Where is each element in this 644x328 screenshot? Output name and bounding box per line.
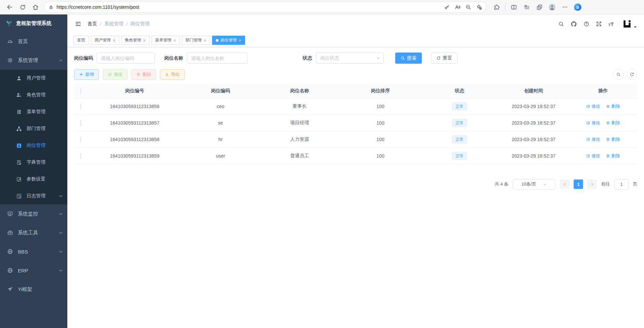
- tab-menu-management[interactable]: 菜单管理: [151, 36, 180, 45]
- row-delete-link[interactable]: 删除: [606, 136, 620, 142]
- row-delete-link[interactable]: 删除: [606, 103, 620, 109]
- pagination-goto-input[interactable]: [614, 179, 629, 190]
- tab-post-management[interactable]: 岗位管理: [212, 36, 245, 45]
- add-favorite-star-icon[interactable]: [474, 2, 484, 12]
- delete-button[interactable]: 删除: [131, 69, 156, 80]
- row-checkbox[interactable]: [80, 136, 81, 142]
- tab-user-management[interactable]: 用户管理: [91, 36, 119, 45]
- breadcrumb-system-management[interactable]: 系统管理: [104, 21, 123, 27]
- read-aloud-icon[interactable]: [452, 2, 463, 12]
- pagination-prev-button[interactable]: [560, 179, 569, 189]
- collections-icon[interactable]: [521, 2, 532, 12]
- tab-dept-management[interactable]: 部门管理: [182, 36, 210, 45]
- add-button[interactable]: 新增: [74, 69, 99, 80]
- sidebar-item-parameter-settings[interactable]: 参数设置: [0, 171, 67, 188]
- browser-home-button[interactable]: [30, 2, 41, 12]
- select-all-checkbox[interactable]: [80, 88, 81, 94]
- tab-home[interactable]: 首页: [73, 36, 89, 45]
- reset-button[interactable]: 重置: [431, 53, 457, 64]
- export-button[interactable]: 导出: [160, 69, 185, 80]
- row-edit-link[interactable]: 修改: [586, 153, 600, 159]
- chevron-down-icon: [59, 250, 63, 254]
- bing-copilot-icon[interactable]: b: [572, 2, 583, 12]
- status-select[interactable]: 岗位状态: [316, 53, 384, 64]
- sidebar-item-system-tools[interactable]: 系统工具: [0, 223, 67, 242]
- sidebar-item-role-management[interactable]: 角色管理: [0, 87, 67, 103]
- tab-label: 首页: [77, 37, 85, 43]
- cell-post-sort: 100: [340, 147, 421, 164]
- github-icon[interactable]: [571, 21, 577, 27]
- extensions-puzzle-icon[interactable]: [491, 2, 502, 12]
- sidebar-item-home[interactable]: 首页: [0, 32, 67, 51]
- browser-refresh-button[interactable]: [17, 2, 28, 12]
- row-checkbox[interactable]: [80, 103, 81, 109]
- breadcrumb-home[interactable]: 首页: [88, 21, 97, 27]
- split-screen-icon[interactable]: [508, 2, 519, 12]
- tab-role-management[interactable]: 角色管理: [121, 36, 149, 45]
- password-key-icon[interactable]: [442, 2, 452, 12]
- cell-created-time: 2023-03-29 18:52:37: [498, 131, 569, 147]
- cell-post-name: 董事长: [259, 98, 340, 114]
- sidebar-item-yi-framework[interactable]: Yi框架: [0, 280, 67, 299]
- sidebar: 意框架管理系统 首页 系统管理 用户管理: [0, 14, 67, 328]
- row-edit-link[interactable]: 修改: [586, 120, 600, 126]
- show-search-toggle-button[interactable]: [613, 69, 624, 80]
- address-bar[interactable]: https://ccnetcore.com:1101/system/post: [44, 2, 486, 12]
- cell-post-id: 1641030593112313857: [88, 114, 182, 131]
- close-icon[interactable]: [113, 39, 115, 42]
- zoom-out-icon[interactable]: [463, 2, 473, 12]
- table-row[interactable]: 1641030593112313856 ceo 董事长 100 正常 2023-…: [74, 98, 637, 114]
- edit-button[interactable]: 修改: [103, 69, 128, 80]
- sidebar-item-dept-management[interactable]: 部门管理: [0, 120, 67, 137]
- fullscreen-icon[interactable]: [596, 21, 602, 27]
- row-edit-link[interactable]: 修改: [586, 136, 600, 142]
- lock-icon[interactable]: [48, 5, 54, 10]
- header-search-icon[interactable]: [558, 21, 564, 27]
- sidebar-item-label: 字典管理: [27, 159, 45, 165]
- close-icon[interactable]: [143, 39, 146, 42]
- sidebar-item-label: 首页: [18, 38, 28, 45]
- browser-back-button[interactable]: [4, 2, 15, 12]
- sidebar-item-log-management[interactable]: 日志管理: [0, 188, 67, 204]
- sidebar-item-menu-management[interactable]: 菜单管理: [0, 103, 67, 120]
- profile-avatar[interactable]: [546, 2, 558, 12]
- refresh-table-button[interactable]: [626, 69, 637, 80]
- sidebar-collapse-icon[interactable]: [75, 21, 81, 27]
- table-row[interactable]: 1641030593112313858 hr 人力资源 100 正常 2023-…: [74, 131, 637, 147]
- cell-post-code: ceo: [182, 98, 259, 114]
- post-code-input[interactable]: [97, 53, 155, 64]
- user-avatar-logo[interactable]: [622, 19, 637, 29]
- sidebar-item-post-management[interactable]: 岗位管理: [0, 137, 67, 154]
- close-icon[interactable]: [204, 39, 206, 42]
- app-logo-row[interactable]: 意框架管理系统: [0, 14, 67, 32]
- close-icon[interactable]: [173, 39, 176, 42]
- text-size-icon[interactable]: TT: [608, 21, 614, 27]
- breadcrumb-separator: /: [100, 21, 101, 27]
- sidebar-item-system-management[interactable]: 系统管理: [0, 51, 67, 70]
- sidebar-item-user-management[interactable]: 用户管理: [0, 70, 67, 87]
- post-name-input[interactable]: [187, 53, 248, 64]
- row-delete-link[interactable]: 删除: [606, 153, 620, 159]
- close-icon[interactable]: [239, 39, 241, 42]
- active-dot-icon: [216, 39, 218, 42]
- edit-link-label: 修改: [591, 103, 600, 109]
- sidebar-item-bbs[interactable]: BBS: [0, 242, 67, 261]
- globe-icon: [7, 267, 13, 273]
- row-checkbox[interactable]: [80, 120, 81, 126]
- row-edit-link[interactable]: 修改: [586, 103, 600, 109]
- pagination-page-1[interactable]: 1: [574, 179, 583, 189]
- new-tab-group-icon[interactable]: [534, 2, 545, 12]
- sidebar-item-erp[interactable]: ERP: [0, 261, 67, 280]
- table-row[interactable]: 1641030593112313857 se 项目经理 100 正常 2023-…: [74, 114, 637, 131]
- help-question-icon[interactable]: [583, 21, 589, 27]
- browser-menu-ellipsis-icon[interactable]: [559, 2, 571, 12]
- row-delete-link[interactable]: 删除: [606, 120, 620, 126]
- sidebar-item-system-monitor[interactable]: 系统监控: [0, 204, 67, 223]
- table-row[interactable]: 1641030593112313859 user 普通员工 100 正常 202…: [74, 147, 637, 164]
- search-button[interactable]: 搜索: [395, 53, 422, 64]
- url-text[interactable]: https://ccnetcore.com:1101/system/post: [57, 4, 442, 10]
- row-checkbox[interactable]: [80, 153, 81, 159]
- page-size-select[interactable]: 10条/页: [513, 179, 555, 190]
- pagination-next-button[interactable]: [587, 179, 597, 189]
- sidebar-item-dictionary-management[interactable]: 字典管理: [0, 154, 67, 171]
